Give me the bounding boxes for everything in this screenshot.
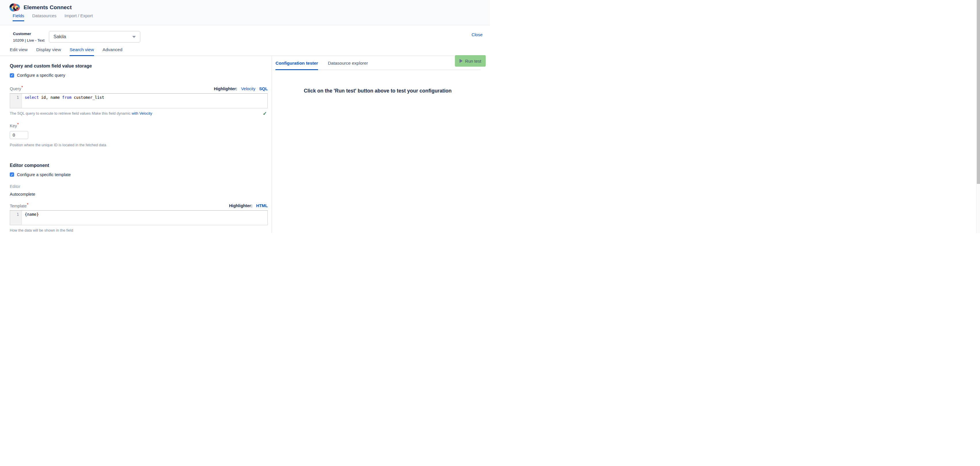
play-icon [460,59,463,63]
top-tab-import-export[interactable]: Import / Export [64,13,92,21]
tab-configuration-tester[interactable]: Configuration tester [275,60,318,70]
template-help-text: How the data will be shown in the field [10,228,73,232]
key-help-text: Position where the unique ID is located … [10,143,268,147]
app-title: Elements Connect [24,4,72,11]
tester-tabs: Configuration tester Datasource explorer [275,60,480,70]
view-tab-search-view[interactable]: Search view [70,47,94,56]
query-code-editor[interactable]: 1 select id, name from customer_list [10,94,268,108]
field-bar: Customer 10209 | Live - Text Sakila Clos… [0,25,490,43]
configuration-pane: Query and custom field value storage ✓ C… [0,56,272,233]
configure-specific-template-checkbox[interactable]: ✓ [10,173,14,177]
required-asterisk: * [27,202,29,206]
template-code-line: {name} [22,211,39,225]
close-link[interactable]: Close [472,32,482,37]
view-tab-edit-view[interactable]: Edit view [10,47,28,55]
query-highlighter: Highlighter: Velocity SQL [214,87,268,91]
template-highlighter: Highlighter: HTML [229,203,268,208]
elements-connect-logo-icon [10,3,20,12]
field-meta: 10209 | Live - Text [13,38,49,43]
editor-value: Autocomplete [10,192,268,197]
tester-message: Click on the 'Run test' button above to … [275,88,480,94]
required-asterisk: * [17,122,19,127]
configure-specific-query-label: Configure a specific query [17,73,65,78]
editor-label: Editor [10,184,268,189]
query-label: Query* [10,85,23,91]
key-input[interactable] [10,131,28,139]
tester-pane: Configuration tester Datasource explorer… [272,56,486,233]
top-tabs: Fields Datasources Import / Export [10,13,490,21]
with-velocity-link[interactable]: with Velocity [132,111,153,116]
checkbox-check-icon: ✓ [11,73,13,77]
chevron-down-icon [132,36,136,38]
query-editor-line-number: 1 [10,94,22,108]
query-code-line: select id, name from customer_list [22,94,104,108]
run-test-label: Run test [465,59,481,63]
view-tab-display-view[interactable]: Display view [36,47,61,55]
highlighter-label: Highlighter: [229,203,252,208]
template-code-editor[interactable]: 1 {name} [10,210,268,225]
configure-specific-template-label: Configure a specific template [17,173,71,177]
datasource-select-value: Sakila [54,34,66,40]
key-label: Key* [10,124,19,128]
run-test-button[interactable]: Run test [455,55,486,67]
editor-section-title: Editor component [10,163,268,168]
highlighter-velocity-link[interactable]: Velocity [241,87,255,91]
highlighter-label: Highlighter: [214,87,237,91]
tab-datasource-explorer[interactable]: Datasource explorer [328,60,368,70]
template-editor-line-number: 1 [10,211,22,225]
field-name: Customer [13,32,49,36]
query-section-title: Query and custom field value storage [10,63,268,69]
required-asterisk: * [22,85,23,89]
datasource-select[interactable]: Sakila [49,31,140,43]
top-tab-fields[interactable]: Fields [13,13,24,21]
highlighter-sql-link[interactable]: SQL [259,87,268,91]
checkbox-check-icon: ✓ [11,173,13,176]
configure-specific-query-checkbox[interactable]: ✓ [10,73,14,78]
valid-check-icon: ✓ [263,111,267,116]
view-tab-advanced[interactable]: Advanced [103,47,123,55]
query-help-text: The SQL query to execute to retrieve fie… [10,111,152,116]
highlighter-html-link[interactable]: HTML [256,203,268,208]
top-tab-datasources[interactable]: Datasources [32,13,56,21]
template-label: Template* [10,202,29,208]
app-header: Elements Connect Fields Datasources Impo… [0,0,490,25]
view-tabs: Edit view Display view Search view Advan… [0,47,486,56]
